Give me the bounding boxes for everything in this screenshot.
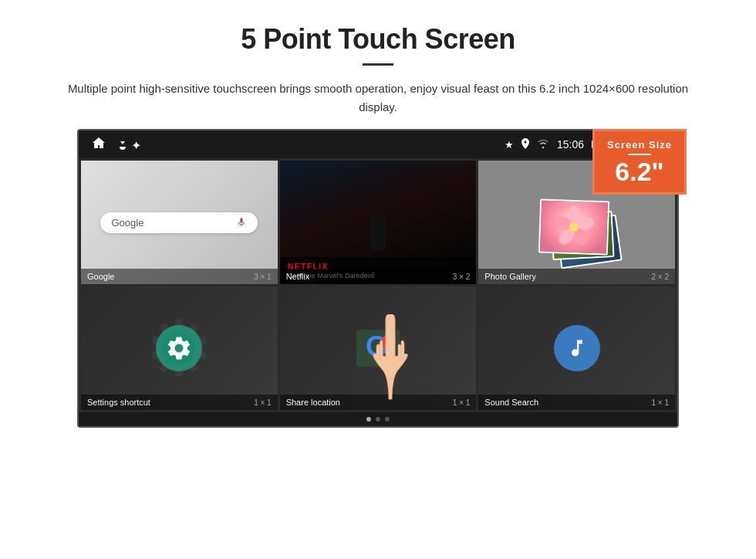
- settings-size: 1 × 1: [254, 398, 272, 407]
- dot-1: [366, 417, 371, 422]
- dot-3: [385, 417, 390, 422]
- settings-tile-label: Settings shortcut 1 × 1: [81, 395, 278, 410]
- netflix-tile[interactable]: NETFLIX Continue Marvel's Daredevil Netf…: [280, 161, 477, 284]
- google-mic-icon: [236, 217, 247, 228]
- share-location-content: G: [280, 286, 477, 410]
- status-left: ✦: [91, 136, 141, 153]
- badge-divider: [628, 154, 651, 155]
- music-note-button: [554, 325, 600, 371]
- netflix-tile-content: NETFLIX Continue Marvel's Daredevil: [280, 161, 477, 284]
- status-bar: ✦ ★: [79, 130, 677, 158]
- photo-gallery-label: Photo Gallery 2 × 2: [478, 269, 675, 284]
- settings-tile[interactable]: ⚙ Settings shortcut 1 × 1: [81, 286, 278, 410]
- netflix-size: 3 × 2: [453, 273, 471, 281]
- music-note-svg: [566, 337, 588, 359]
- share-location-label: Share location 1 × 1: [280, 395, 477, 410]
- netflix-scene: [280, 161, 477, 261]
- title-divider: [363, 63, 393, 66]
- gear-watermark: ⚙: [144, 303, 214, 394]
- screen-size-badge: Screen Size 6.2": [592, 129, 687, 195]
- page-wrapper: 5 Point Touch Screen Multiple point high…: [0, 0, 756, 443]
- photo-gallery-size: 2 × 2: [651, 273, 669, 281]
- device-screen: ✦ ★: [77, 129, 679, 428]
- share-location-name: Share location: [286, 398, 340, 407]
- wifi-icon: [537, 139, 549, 151]
- sound-icon-wrap: [478, 286, 675, 410]
- photo-card-front: [538, 198, 609, 255]
- maps-svg: G: [353, 324, 403, 373]
- google-tile-label: Google 3 × 1: [81, 269, 278, 284]
- page-indicator: [79, 412, 677, 426]
- google-tile[interactable]: Google Google 3 × 1: [81, 161, 278, 284]
- location-icon: [521, 138, 529, 151]
- status-time: 15:06: [557, 138, 584, 151]
- dot-2: [376, 417, 380, 422]
- netflix-content: NETFLIX Continue Marvel's Daredevil: [280, 161, 477, 284]
- flower-svg: [550, 203, 598, 251]
- flower-image: [540, 201, 608, 254]
- sound-search-tile[interactable]: Sound Search 1 × 1: [478, 286, 675, 410]
- usb-icon: ✦: [117, 136, 141, 153]
- netflix-tile-label: Netflix 3 × 2: [280, 269, 477, 284]
- photo-gallery-name: Photo Gallery: [484, 272, 536, 281]
- screen-wrapper: Screen Size 6.2": [77, 129, 679, 428]
- page-title: 5 Point Touch Screen: [241, 23, 515, 56]
- netflix-name: Netflix: [286, 272, 310, 281]
- app-grid: Google Google 3 × 1: [79, 158, 677, 412]
- sound-search-name: Sound Search: [484, 398, 538, 407]
- share-location-tile[interactable]: G: [280, 286, 477, 410]
- bluetooth-icon: ★: [505, 139, 514, 151]
- page-subtitle: Multiple point high-sensitive touchscree…: [62, 80, 694, 117]
- google-size: 3 × 1: [254, 273, 272, 281]
- settings-name: Settings shortcut: [87, 398, 150, 407]
- maps-icon-wrap: G: [280, 286, 477, 410]
- badge-size: 6.2": [607, 158, 672, 185]
- google-name: Google: [87, 272, 114, 281]
- badge-title: Screen Size: [607, 139, 672, 151]
- figure-silhouette: [370, 215, 386, 249]
- google-tile-content: Google: [81, 161, 278, 284]
- google-search-bar[interactable]: Google: [100, 212, 258, 233]
- sound-search-size: 1 × 1: [651, 398, 669, 407]
- settings-tile-content: ⚙: [81, 286, 278, 410]
- share-location-size: 1 × 1: [453, 398, 471, 407]
- sound-search-content: [478, 286, 675, 410]
- google-logo: Google: [111, 217, 143, 229]
- settings-icon-wrap: ⚙: [81, 286, 278, 410]
- sound-search-label: Sound Search 1 × 1: [478, 395, 675, 410]
- home-icon: [91, 136, 106, 153]
